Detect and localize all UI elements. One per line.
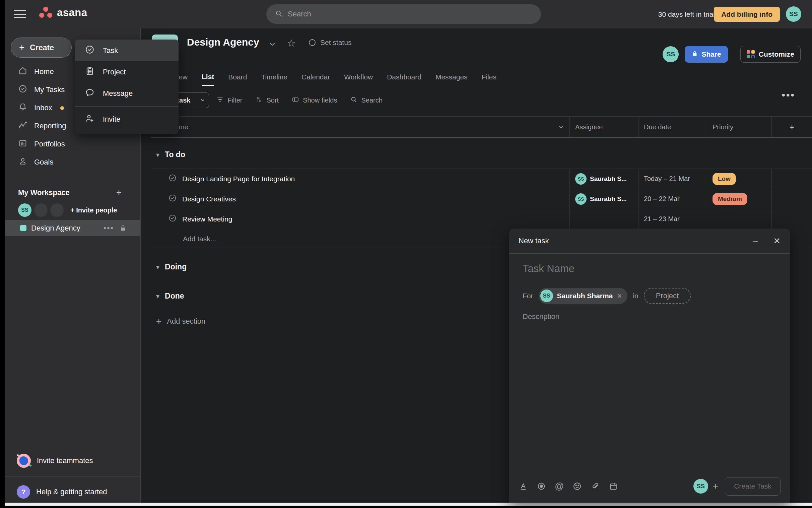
- add-collaborator-icon[interactable]: +: [713, 481, 718, 492]
- more-options-icon[interactable]: •••: [781, 89, 795, 101]
- search-icon: [274, 9, 283, 19]
- task-name[interactable]: Review Meeting: [182, 215, 232, 223]
- sidebar-item-portfolios[interactable]: Portfolios: [5, 135, 140, 153]
- due-date[interactable]: 21 – 23 Mar: [644, 215, 680, 223]
- tab-board[interactable]: Board: [228, 68, 247, 86]
- calendar-icon[interactable]: [609, 481, 618, 491]
- attachment-icon[interactable]: [591, 481, 600, 491]
- assignee-chip[interactable]: SS Saurabh S...: [575, 193, 627, 205]
- clipboard-icon: [85, 66, 95, 78]
- column-due-date[interactable]: Due date: [638, 117, 707, 137]
- triangle-down-icon[interactable]: ▾: [156, 263, 160, 271]
- menu-item-project[interactable]: Project: [75, 61, 179, 83]
- trial-countdown: 30 days left in trial: [658, 0, 715, 29]
- tab-files[interactable]: Files: [482, 68, 496, 86]
- member-avatar[interactable]: SS: [18, 203, 32, 217]
- workspace-add-icon[interactable]: +: [116, 184, 122, 201]
- task-check-icon[interactable]: [168, 174, 177, 184]
- invite-teammates-row[interactable]: ✦+ Invite teammates: [5, 445, 140, 476]
- sidebar-project-design-agency[interactable]: Design Agency •••: [5, 220, 140, 236]
- column-priority[interactable]: Priority: [707, 117, 771, 137]
- share-button[interactable]: Share: [685, 46, 728, 63]
- tab-calendar[interactable]: Calendar: [302, 68, 330, 86]
- add-column-button[interactable]: +: [771, 117, 812, 137]
- help-icon: ?: [17, 485, 30, 499]
- sidebar-item-goals[interactable]: Goals: [5, 153, 140, 171]
- add-section-button[interactable]: + Add section: [156, 317, 205, 326]
- sort-button[interactable]: Sort: [255, 95, 279, 105]
- project-more-icon[interactable]: •••: [103, 223, 114, 233]
- global-search[interactable]: [266, 4, 541, 24]
- invite-people-link[interactable]: + Invite people: [70, 206, 117, 214]
- priority-badge[interactable]: Low: [713, 173, 736, 185]
- help-label: Help & getting started: [36, 488, 107, 496]
- chevron-down-icon[interactable]: [268, 40, 277, 50]
- close-icon[interactable]: ✕: [773, 236, 780, 246]
- asana-logo-text: asana: [57, 7, 87, 19]
- remove-assignee-icon[interactable]: ✕: [617, 292, 622, 300]
- chevron-down-icon[interactable]: [557, 123, 565, 132]
- search-input[interactable]: [288, 10, 522, 18]
- tab-timeline[interactable]: Timeline: [261, 68, 287, 86]
- text-format-icon[interactable]: [518, 481, 528, 491]
- portfolio-icon: [18, 138, 28, 150]
- create-button[interactable]: + Create: [11, 38, 72, 58]
- star-icon[interactable]: ☆: [287, 37, 296, 49]
- section-label: To do: [165, 150, 185, 159]
- task-name[interactable]: Design Landing Page for Integration: [182, 175, 295, 183]
- column-assignee[interactable]: Assignee: [570, 117, 638, 137]
- due-date[interactable]: Today – 21 Mar: [644, 175, 690, 183]
- set-status-button[interactable]: Set status: [309, 39, 351, 47]
- table-row[interactable]: Review Meeting 21 – 23 Mar: [151, 209, 812, 229]
- record-icon[interactable]: [537, 481, 546, 491]
- sidebar-item-label: Goals: [34, 158, 53, 167]
- add-task-dropdown[interactable]: [196, 92, 209, 108]
- tab-workflow[interactable]: Workflow: [344, 68, 373, 86]
- assignee-chip[interactable]: SS Saurabh S...: [575, 173, 627, 185]
- assignee-pill[interactable]: SS Saurabh Sharma ✕: [539, 288, 628, 304]
- hamburger-menu-icon[interactable]: [14, 9, 27, 19]
- task-name[interactable]: Design Creatives: [182, 195, 236, 203]
- minimize-icon[interactable]: –: [753, 236, 758, 246]
- menu-item-message[interactable]: Message: [75, 83, 179, 104]
- empty-cell: [771, 189, 812, 209]
- triangle-down-icon[interactable]: ▾: [156, 292, 160, 300]
- project-selector[interactable]: Project: [644, 288, 691, 304]
- menu-item-invite[interactable]: Invite: [75, 109, 179, 130]
- due-date[interactable]: 20 – 22 Mar: [644, 195, 680, 203]
- create-task-button[interactable]: Create Task: [725, 477, 780, 496]
- tab-messages[interactable]: Messages: [436, 68, 468, 86]
- description-input[interactable]: [523, 312, 770, 440]
- tab-dashboard[interactable]: Dashboard: [387, 68, 421, 86]
- menu-item-task[interactable]: Task: [75, 40, 179, 61]
- user-avatar[interactable]: SS: [786, 6, 801, 22]
- customize-button[interactable]: Customize: [740, 46, 801, 63]
- menu-item-label: Message: [103, 89, 133, 98]
- show-fields-button[interactable]: Show fields: [291, 95, 337, 105]
- empty-cell: [771, 169, 812, 189]
- section-todo[interactable]: ▾ To do: [156, 150, 185, 159]
- priority-badge[interactable]: Medium: [713, 193, 747, 205]
- create-button-label: Create: [30, 43, 54, 52]
- column-task-name[interactable]: Task name: [151, 117, 570, 137]
- list-search-button[interactable]: Search: [350, 95, 382, 105]
- table-row[interactable]: Design Creatives SS Saurabh S... 20 – 22…: [151, 189, 812, 209]
- task-check-icon[interactable]: [168, 194, 177, 204]
- triangle-down-icon[interactable]: ▾: [156, 151, 160, 159]
- filter-button[interactable]: Filter: [216, 95, 242, 105]
- task-check-icon[interactable]: [168, 214, 177, 224]
- mention-icon[interactable]: @: [555, 482, 564, 491]
- section-doing[interactable]: ▾ Doing: [156, 262, 187, 271]
- task-name-input[interactable]: [523, 263, 770, 275]
- table-row[interactable]: Design Landing Page for Integration SS S…: [151, 169, 812, 189]
- member-avatar-placeholder: [50, 203, 64, 217]
- tab-list[interactable]: List: [202, 68, 214, 86]
- section-done[interactable]: ▾ Done: [156, 292, 184, 301]
- empty-priority-cell[interactable]: [707, 209, 771, 229]
- header-actions: SS Share Customize: [663, 46, 801, 63]
- creator-avatar[interactable]: SS: [693, 479, 708, 494]
- emoji-icon[interactable]: [573, 481, 582, 491]
- empty-assignee-cell[interactable]: [570, 209, 638, 229]
- member-avatar[interactable]: SS: [663, 46, 679, 62]
- add-billing-info-button[interactable]: Add billing info: [714, 7, 780, 22]
